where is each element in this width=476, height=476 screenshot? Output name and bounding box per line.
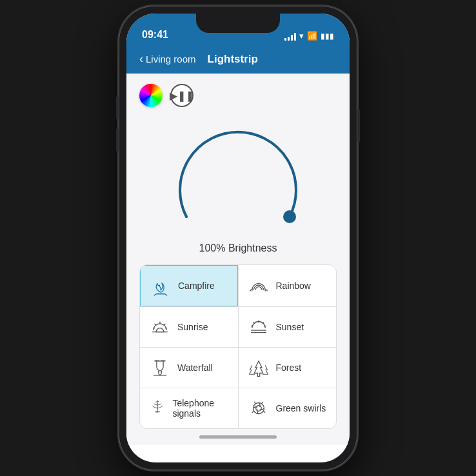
main-content: ▶❚❚ 100% Brightness [126, 74, 350, 429]
status-icons: ▾ 📶 ▮▮▮ [284, 31, 334, 41]
dial-svg [167, 114, 309, 243]
forest-label: Forest [276, 362, 302, 373]
scene-item-forest[interactable]: Forest [239, 348, 337, 388]
nav-title: Lightstrip [208, 53, 258, 66]
rainbow-label: Rainbow [276, 281, 311, 291]
scene-grid: Campfire Rainbow [139, 264, 337, 429]
scene-item-rainbow[interactable]: Rainbow [239, 265, 337, 306]
volume-down-button[interactable] [116, 128, 119, 152]
play-pause-button[interactable]: ▶❚❚ [170, 84, 193, 107]
home-indicator-area [126, 429, 350, 445]
home-indicator [199, 435, 277, 439]
phone-screen: 09:41 ▾ 📶 ▮▮▮ ‹ Living room Lightstrip [126, 14, 350, 462]
power-button[interactable] [357, 109, 360, 143]
notch [196, 14, 280, 33]
back-label: Living room [146, 54, 196, 64]
battery-icon: ▮▮▮ [321, 32, 334, 41]
campfire-icon [150, 275, 172, 297]
sunrise-icon [149, 316, 171, 338]
sunset-label: Sunset [276, 322, 304, 332]
rainbow-icon [248, 275, 270, 297]
campfire-label: Campfire [178, 281, 215, 291]
play-pause-icon: ▶❚❚ [170, 90, 194, 102]
svg-line-4 [164, 324, 166, 326]
scene-item-telephone-signals[interactable]: Telephone signals [140, 388, 238, 428]
color-wheel-button[interactable] [139, 84, 163, 107]
svg-point-18 [253, 403, 264, 414]
green-swirls-icon [248, 397, 270, 419]
telephone-signals-icon [149, 397, 166, 419]
status-bar: 09:41 ▾ 📶 ▮▮▮ [126, 14, 350, 46]
wifi-symbol: 📶 [307, 31, 317, 41]
svg-point-0 [283, 210, 296, 223]
forest-icon [248, 357, 270, 379]
sunset-icon [248, 316, 270, 338]
signal-icon [284, 32, 296, 41]
svg-line-3 [155, 324, 157, 326]
status-time: 09:41 [142, 29, 168, 41]
telephone-signals-label: Telephone signals [172, 398, 228, 419]
scene-item-campfire[interactable]: Campfire [140, 265, 238, 306]
waterfall-label: Waterfall [177, 362, 213, 373]
back-chevron-icon: ‹ [139, 52, 143, 66]
scene-item-green-swirls[interactable]: Green swirls [239, 388, 337, 428]
sunrise-label: Sunrise [177, 322, 208, 332]
green-swirls-label: Green swirls [276, 403, 326, 413]
phone-frame: 09:41 ▾ 📶 ▮▮▮ ‹ Living room Lightstrip [119, 6, 357, 470]
top-controls: ▶❚❚ [139, 84, 337, 107]
scene-item-waterfall[interactable]: Waterfall [140, 348, 238, 388]
wifi-icon: ▾ [299, 31, 304, 41]
waterfall-icon [149, 357, 171, 379]
volume-up-button[interactable] [116, 96, 119, 119]
nav-bar: ‹ Living room Lightstrip [126, 46, 350, 74]
back-button[interactable]: ‹ Living room [139, 52, 196, 66]
scene-item-sunset[interactable]: Sunset [239, 307, 337, 347]
svg-point-19 [255, 406, 261, 412]
scene-item-sunrise[interactable]: Sunrise [140, 307, 238, 347]
brightness-dial[interactable]: 100% Brightness [139, 114, 337, 254]
brightness-label: 100% Brightness [199, 243, 277, 254]
